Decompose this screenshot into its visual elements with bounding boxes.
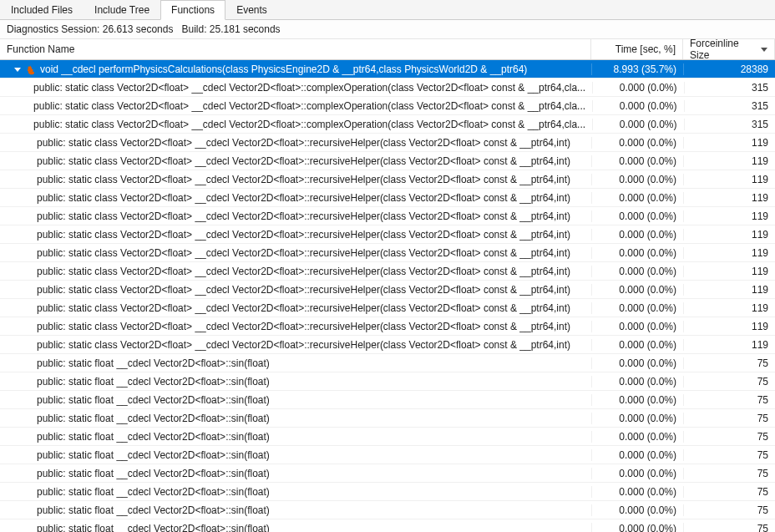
function-name: public: static class Vector2D<float> __c… [33,100,585,112]
col-header-size[interactable]: Forceinline Size [683,39,775,59]
table-row[interactable]: public: static class Vector2D<float> __c… [0,207,775,225]
table-row[interactable]: public: static class Vector2D<float> __c… [0,317,775,336]
function-name: public: static class Vector2D<float> __c… [37,137,570,149]
function-name: public: static class Vector2D<float> __c… [33,119,585,130]
function-name: public: static float __cdecl Vector2D<fl… [37,523,270,533]
col-header-time[interactable]: Time [sec, %] [591,39,683,59]
table-row[interactable]: public: static float __cdecl Vector2D<fl… [0,372,775,391]
function-name-cell: public: static class Vector2D<float> __c… [0,302,591,314]
function-name: public: static class Vector2D<float> __c… [37,284,570,296]
time-cell: 8.993 (35.7%) [591,63,683,75]
time-cell: 0.000 (0.0%) [591,468,683,479]
function-name-cell: public: static float __cdecl Vector2D<fl… [0,431,591,443]
build-value: 25.181 seconds [210,23,281,35]
session-label: Diagnostics Session: [7,23,99,35]
function-name: public: static class Vector2D<float> __c… [33,82,585,94]
function-name: public: static float __cdecl Vector2D<fl… [37,468,270,479]
table-row[interactable]: public: static float __cdecl Vector2D<fl… [0,446,775,464]
function-name-cell: public: static float __cdecl Vector2D<fl… [0,523,591,533]
tab-included-files[interactable]: Included Files [0,0,84,19]
table-row[interactable]: public: static class Vector2D<float> __c… [0,189,775,207]
col-header-name[interactable]: Function Name [0,39,591,59]
function-name: public: static class Vector2D<float> __c… [37,339,570,351]
table-row[interactable]: public: static class Vector2D<float> __c… [0,244,775,262]
time-cell: 0.000 (0.0%) [592,82,683,94]
table-row[interactable]: public: static class Vector2D<float> __c… [0,134,775,152]
function-name-cell: public: static class Vector2D<float> __c… [0,192,591,204]
time-cell: 0.000 (0.0%) [591,174,683,185]
function-name-cell: public: static class Vector2D<float> __c… [0,100,592,112]
size-cell: 119 [683,339,775,351]
function-name: public: static class Vector2D<float> __c… [37,155,570,167]
function-name-cell: public: static float __cdecl Vector2D<fl… [0,357,591,369]
time-cell: 0.000 (0.0%) [591,321,683,332]
expander-icon[interactable] [13,65,22,73]
table-row[interactable]: public: static float __cdecl Vector2D<fl… [0,354,775,372]
time-cell: 0.000 (0.0%) [591,247,683,259]
function-name: public: static class Vector2D<float> __c… [37,321,570,332]
size-cell: 315 [684,119,775,130]
table-row[interactable]: void __cdecl performPhysicsCalculations(… [0,60,775,79]
time-cell: 0.000 (0.0%) [591,210,683,222]
table-row[interactable]: public: static class Vector2D<float> __c… [0,336,775,354]
col-header-name-label: Function Name [7,43,74,55]
size-cell: 119 [683,210,775,222]
time-cell: 0.000 (0.0%) [591,413,683,424]
function-name-cell: public: static class Vector2D<float> __c… [0,339,591,351]
function-grid: Function Name Time [sec, %] Forceinline … [0,39,775,532]
size-cell: 75 [683,357,775,369]
table-row[interactable]: public: static class Vector2D<float> __c… [0,225,775,244]
function-name-cell: void __cdecl performPhysicsCalculations(… [0,63,591,75]
function-name-cell: public: static class Vector2D<float> __c… [0,174,591,185]
function-name: public: static class Vector2D<float> __c… [37,229,570,241]
flame-icon [25,63,37,75]
function-name-cell: public: static class Vector2D<float> __c… [0,321,591,332]
table-row[interactable]: public: static float __cdecl Vector2D<fl… [0,483,775,501]
function-name: public: static float __cdecl Vector2D<fl… [37,486,270,498]
function-name-cell: public: static class Vector2D<float> __c… [0,247,591,259]
time-cell: 0.000 (0.0%) [591,486,683,498]
size-cell: 315 [684,100,775,112]
size-cell: 119 [683,302,775,314]
function-name: public: static float __cdecl Vector2D<fl… [37,431,270,443]
status-bar: Diagnostics Session: 26.613 seconds Buil… [0,20,775,39]
size-cell: 75 [683,394,775,406]
function-name: void __cdecl performPhysicsCalculations(… [40,63,527,75]
table-row[interactable]: public: static float __cdecl Vector2D<fl… [0,428,775,446]
table-row[interactable]: public: static class Vector2D<float> __c… [0,299,775,317]
table-row[interactable]: public: static float __cdecl Vector2D<fl… [0,409,775,428]
tab-include-tree[interactable]: Include Tree [84,0,160,19]
table-row[interactable]: public: static class Vector2D<float> __c… [0,115,775,134]
size-cell: 315 [684,82,775,94]
function-name: public: static float __cdecl Vector2D<fl… [37,376,270,388]
table-row[interactable]: public: static float __cdecl Vector2D<fl… [0,391,775,409]
tab-events[interactable]: Events [225,0,278,19]
table-row[interactable]: public: static class Vector2D<float> __c… [0,262,775,281]
function-name: public: static float __cdecl Vector2D<fl… [37,357,270,369]
tab-functions[interactable]: Functions [160,0,225,20]
table-row[interactable]: public: static class Vector2D<float> __c… [0,97,775,115]
table-row[interactable]: public: static float __cdecl Vector2D<fl… [0,464,775,483]
size-cell: 119 [683,321,775,332]
table-row[interactable]: public: static class Vector2D<float> __c… [0,152,775,170]
time-cell: 0.000 (0.0%) [591,284,683,296]
table-row[interactable]: public: static class Vector2D<float> __c… [0,170,775,189]
function-name-cell: public: static float __cdecl Vector2D<fl… [0,486,591,498]
time-cell: 0.000 (0.0%) [592,119,683,130]
function-name: public: static float __cdecl Vector2D<fl… [37,504,270,516]
function-name-cell: public: static float __cdecl Vector2D<fl… [0,449,591,461]
table-row[interactable]: public: static class Vector2D<float> __c… [0,281,775,299]
col-header-size-label: Forceinline Size [690,38,756,61]
size-cell: 119 [683,174,775,185]
size-cell: 75 [683,376,775,388]
function-name-cell: public: static class Vector2D<float> __c… [0,210,591,222]
col-header-time-label: Time [sec, %] [615,43,676,55]
size-cell: 119 [683,192,775,204]
size-cell: 119 [683,229,775,241]
table-row[interactable]: public: static float __cdecl Vector2D<fl… [0,519,775,532]
table-row[interactable]: public: static class Vector2D<float> __c… [0,79,775,97]
tab-bar: Included FilesInclude TreeFunctionsEvent… [0,0,775,20]
time-cell: 0.000 (0.0%) [591,192,683,204]
table-row[interactable]: public: static float __cdecl Vector2D<fl… [0,501,775,519]
size-cell: 119 [683,266,775,277]
